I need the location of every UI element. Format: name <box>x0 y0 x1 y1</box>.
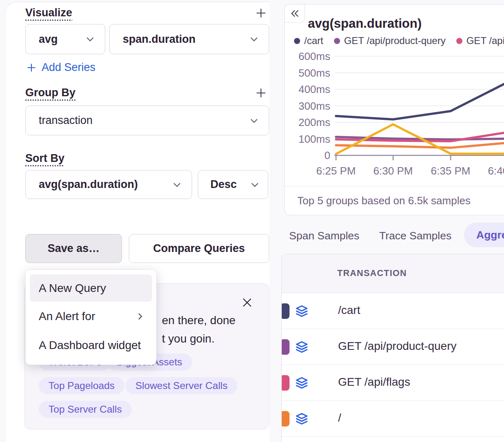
tab-span-samples[interactable]: Span Samples <box>289 230 359 242</box>
chevron-down-icon <box>248 115 260 126</box>
aggregate-select-value: avg <box>39 33 58 46</box>
svg-text:0: 0 <box>325 149 330 161</box>
table-row[interactable]: /cart <box>282 293 504 329</box>
transaction-cell[interactable]: / <box>338 411 341 424</box>
chart-footer: Top 5 groups based on 6.5k samples <box>284 186 504 215</box>
close-icon <box>241 296 253 309</box>
chart-plot[interactable]: 600ms500ms400ms300ms200ms100ms06:25 PM6:… <box>284 47 504 181</box>
tab-aggregates[interactable]: Aggregates <box>464 223 504 247</box>
sort-direction-value: Desc <box>210 178 237 191</box>
aggregates-table: TRANSACTION /cart GET /api/product-query… <box>281 254 504 442</box>
svg-text:200ms: 200ms <box>298 116 330 128</box>
double-chevron-left-icon <box>289 8 301 19</box>
layers-icon <box>295 412 308 425</box>
menu-item-dashboard-widget[interactable]: A Dashboard widget <box>30 331 152 360</box>
table-row[interactable]: / <box>282 401 504 437</box>
chevron-down-icon <box>249 179 261 190</box>
svg-text:100ms: 100ms <box>298 133 330 145</box>
group-by-select-value: transaction <box>39 114 93 127</box>
legend-label: GET /api/product-query <box>344 35 446 46</box>
tab-trace-samples[interactable]: Trace Samples <box>379 230 451 242</box>
add-series-button[interactable]: Add Series <box>26 61 95 74</box>
add-visualize-button[interactable] <box>254 6 268 20</box>
explore-spans-page: { "colors": { "accent_purple": "#6355cb"… <box>0 0 504 442</box>
plus-icon <box>255 87 267 99</box>
chart-title: avg(span.duration) <box>308 16 422 31</box>
menu-item-label: An Alert for <box>39 310 95 323</box>
chevron-right-icon <box>135 311 146 322</box>
svg-text:400ms: 400ms <box>298 83 330 95</box>
svg-text:6:30 PM: 6:30 PM <box>374 165 413 177</box>
tab-aggregates-label: Aggregates <box>476 229 504 241</box>
save-as-button[interactable]: Save as… <box>25 234 122 263</box>
legend-dot <box>456 38 462 44</box>
promo-text-line2: t you goin. <box>162 332 214 345</box>
compare-queries-button[interactable]: Compare Queries <box>129 234 269 263</box>
svg-text:300ms: 300ms <box>298 100 330 112</box>
series-color-bar <box>281 375 290 391</box>
menu-item-label: A New Query <box>39 282 106 295</box>
table-row[interactable]: GET /api/flags <box>282 365 504 401</box>
save-as-menu: A New Query An Alert for A Dashboard wid… <box>25 270 157 365</box>
promo-text-line1: en there, done <box>162 314 236 327</box>
legend-dot <box>294 38 300 44</box>
table-header-row: TRANSACTION <box>282 254 504 293</box>
chevron-down-icon <box>248 33 260 45</box>
sort-field-select-value: avg(span.duration) <box>39 178 138 191</box>
menu-item-label: A Dashboard widget <box>39 339 141 352</box>
legend-label: /cart <box>304 35 323 46</box>
transaction-cell[interactable]: GET /api/flags <box>338 376 410 389</box>
chart-footer-text: Top 5 groups based on 6.5k samples <box>297 194 471 207</box>
field-select[interactable]: span.duration <box>109 24 269 54</box>
layers-icon <box>295 305 308 318</box>
series-color-bar <box>281 303 290 319</box>
plus-icon <box>255 7 267 19</box>
chevron-down-icon <box>171 179 183 190</box>
compare-queries-label: Compare Queries <box>153 242 245 255</box>
collapse-panel-button[interactable] <box>284 4 305 23</box>
legend-item[interactable]: GET /api/flags <box>456 35 504 46</box>
chart-legend: /cart GET /api/product-query GET /api/fl… <box>294 35 504 46</box>
sort-direction-select[interactable]: Desc <box>198 170 268 199</box>
legend-dot <box>334 38 340 44</box>
field-select-value: span.duration <box>123 33 196 46</box>
suggested-query-pill[interactable]: Top Server Calls <box>39 401 132 418</box>
menu-item-new-query[interactable]: A New Query <box>30 274 152 302</box>
aggregate-select[interactable]: avg <box>25 24 105 54</box>
transaction-cell[interactable]: GET /api/product-query <box>338 340 457 353</box>
layers-icon <box>295 340 308 354</box>
layers-icon <box>295 376 308 389</box>
suggested-query-pill[interactable]: Slowest Server Calls <box>126 377 237 394</box>
add-group-by-button[interactable] <box>254 86 268 100</box>
svg-text:600ms: 600ms <box>298 50 330 62</box>
transaction-cell[interactable]: /cart <box>338 304 360 317</box>
suggested-query-pill[interactable]: Top Pageloads <box>39 377 124 394</box>
sort-field-select[interactable]: avg(span.duration) <box>25 170 192 199</box>
svg-text:6:25 PM: 6:25 PM <box>316 165 356 177</box>
plus-icon <box>26 62 37 73</box>
group-by-heading: Group By <box>25 86 75 99</box>
sort-by-heading: Sort By <box>25 152 64 165</box>
dismiss-panel-button[interactable] <box>240 295 254 310</box>
legend-item[interactable]: /cart <box>294 35 323 46</box>
series-color-bar <box>281 339 290 355</box>
legend-label: GET /api/flags <box>466 35 504 46</box>
menu-item-alert[interactable]: An Alert for <box>30 302 152 330</box>
group-by-select[interactable]: transaction <box>25 106 269 135</box>
table-row[interactable]: GET /api/product-query <box>282 329 504 365</box>
series-color-bar <box>281 411 290 427</box>
svg-text:6:40 PM: 6:40 PM <box>488 165 504 177</box>
add-series-label: Add Series <box>42 61 95 74</box>
visualize-heading: Visualize <box>25 7 72 19</box>
chevron-down-icon <box>84 33 96 45</box>
column-header-transaction[interactable]: TRANSACTION <box>337 268 407 278</box>
legend-item[interactable]: GET /api/product-query <box>334 35 446 46</box>
svg-text:6:35 PM: 6:35 PM <box>431 165 471 177</box>
save-as-label: Save as… <box>48 242 100 255</box>
svg-text:500ms: 500ms <box>298 67 330 79</box>
